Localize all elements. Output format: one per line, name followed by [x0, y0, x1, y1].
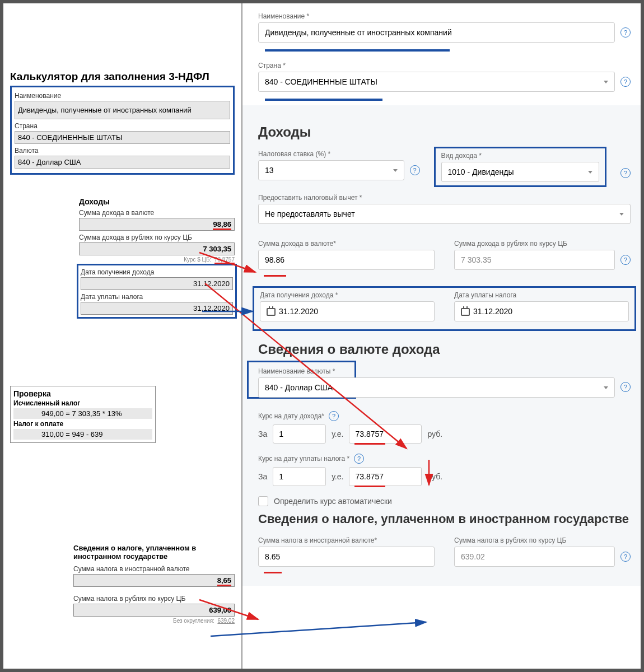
auto-rate-label: Определить курс автоматически [274, 497, 392, 506]
tax-due-label: Налог к оплате [13, 419, 152, 429]
currency-label: Валюта [15, 147, 230, 155]
tax-rate-label: Налоговая ставка (%) * [258, 150, 420, 158]
income-rub-label: Сумма дохода в рублях по курсу ЦБ [454, 240, 631, 248]
calc-general-box: Наименование Дивиденды, полученные от ин… [10, 86, 235, 175]
help-icon[interactable]: ? [354, 454, 364, 464]
income-fx-input[interactable] [258, 250, 435, 270]
country-label: Страна [15, 122, 230, 130]
date-income-input[interactable]: 31.12.2020 [260, 301, 435, 321]
country-value: 840 - СОЕДИНЕННЫЕ ШТАТЫ [15, 131, 230, 144]
calc-tax-value: 949,00 = 7 303,35 * 13% [13, 408, 152, 419]
currency-heading: Сведения о валюте дохода [258, 342, 631, 357]
rate-tax-label: Курс на дату уплаты налога * [258, 455, 349, 463]
income-type-select[interactable]: 1010 - Дивиденды [441, 162, 600, 182]
date-income-label: Дата получения дохода [81, 268, 233, 276]
ue-label: у.е. [332, 430, 343, 438]
foreign-tax-heading: Сведения о налоге, уплаченном в иностран… [258, 512, 631, 526]
left-income-section: Доходы Сумма дохода в валюте 98,86 Сумма… [79, 197, 235, 319]
chevron-down-icon [604, 81, 608, 83]
rate-income-label: Курс на дату дохода* [258, 412, 324, 420]
calc-tax-label: Исчисленный налог [13, 398, 152, 408]
date-tax-label: Дата уплаты налога [81, 293, 233, 301]
help-icon[interactable]: ? [329, 411, 339, 421]
auto-rate-checkbox[interactable] [258, 496, 268, 506]
tax-due-value: 310,00 = 949 - 639 [13, 429, 152, 440]
income-fx-label: Сумма дохода в валюте* [258, 240, 435, 248]
income-heading: Доходы [258, 124, 631, 140]
income-rub-value: 7 303,35 [79, 242, 235, 255]
rate-income-per-input[interactable] [273, 424, 326, 444]
chevron-down-icon [588, 171, 592, 174]
income-fx-value: 98,86 [79, 218, 235, 231]
ftax-fx-label: Сумма налога в иностранной валюте [73, 565, 235, 573]
date-tax-value: 31.12.2020 [81, 302, 233, 315]
rate-tax-per-input[interactable] [273, 467, 326, 486]
foreign-tax-title: Сведения о налоге, уплаченном в иностран… [73, 544, 235, 561]
check-title: Проверка [13, 389, 152, 398]
calendar-icon [267, 308, 276, 316]
currency-value: 840 - Доллар США [15, 156, 230, 169]
rub-label: руб. [427, 430, 442, 438]
ftax-fx-label: Сумма налога в иностранной валюте* [258, 536, 435, 544]
ue-label: у.е. [332, 472, 343, 481]
help-icon[interactable]: ? [410, 165, 420, 175]
ftax-rub-input [454, 547, 615, 567]
income-fx-label: Сумма дохода в валюте [79, 209, 235, 217]
chevron-down-icon [619, 213, 624, 216]
ftax-fx-value: 8,65 [73, 574, 235, 587]
income-type-label: Вид дохода * [441, 152, 600, 160]
r-name-input[interactable] [258, 22, 615, 43]
deduction-select[interactable]: Не предоставлять вычет [258, 204, 631, 224]
left-foreign-tax-section: Сведения о налоге, уплаченном в иностран… [73, 544, 235, 624]
za-label: За [258, 472, 267, 481]
check-box: Проверка Исчисленный налог 949,00 = 7 30… [10, 386, 156, 443]
date-tax-label: Дата уплаты налога [454, 291, 629, 299]
calc-title: Калькулятор для заполнения 3-НДФЛ [10, 71, 241, 83]
income-rub-input [454, 250, 615, 270]
ftax-rub-value: 639,00 [73, 604, 235, 617]
rate-cb-row: Курс $ ЦБ: 73,8757 [79, 256, 235, 263]
help-icon[interactable]: ? [620, 27, 631, 38]
help-icon[interactable]: ? [620, 168, 631, 178]
r-country-select[interactable]: 840 - СОЕДИНЕННЫЕ ШТАТЫ [258, 72, 615, 92]
ftax-noround-row: Без округления: 639,02 [73, 618, 235, 624]
date-income-value: 31.12.2020 [81, 277, 233, 290]
date-income-label: Дата получения дохода * [260, 291, 435, 299]
income-title: Доходы [79, 197, 235, 206]
name-value: Дивиденды, полученные от иностранных ком… [15, 101, 230, 119]
deduction-label: Предоставить налоговый вычет * [258, 194, 631, 202]
name-label: Наименование [15, 92, 230, 100]
help-icon[interactable]: ? [620, 255, 631, 265]
currency-name-label: Наименование валюты * [258, 367, 615, 375]
r-country-label: Страна * [258, 62, 631, 69]
income-rub-label: Сумма дохода в рублях по курсу ЦБ [79, 234, 235, 241]
za-label: За [258, 430, 267, 438]
ftax-fx-input[interactable] [258, 547, 435, 567]
tax-rate-select[interactable]: 13 [258, 160, 404, 180]
currency-name-select[interactable]: 840 - Доллар США [258, 377, 615, 398]
help-icon[interactable]: ? [620, 552, 631, 562]
chevron-down-icon [604, 386, 608, 389]
calendar-icon [461, 308, 470, 316]
rub-label: руб. [427, 472, 442, 481]
chevron-down-icon [393, 169, 398, 172]
help-icon[interactable]: ? [620, 382, 631, 392]
ftax-rub-label: Сумма налога в рублях по курсу ЦБ [73, 595, 235, 603]
ftax-rub-label: Сумма налога в рублях по курсу ЦБ [454, 536, 631, 544]
r-name-label: Наименование * [258, 12, 631, 20]
date-tax-input[interactable]: 31.12.2020 [454, 301, 629, 321]
help-icon[interactable]: ? [620, 77, 631, 87]
